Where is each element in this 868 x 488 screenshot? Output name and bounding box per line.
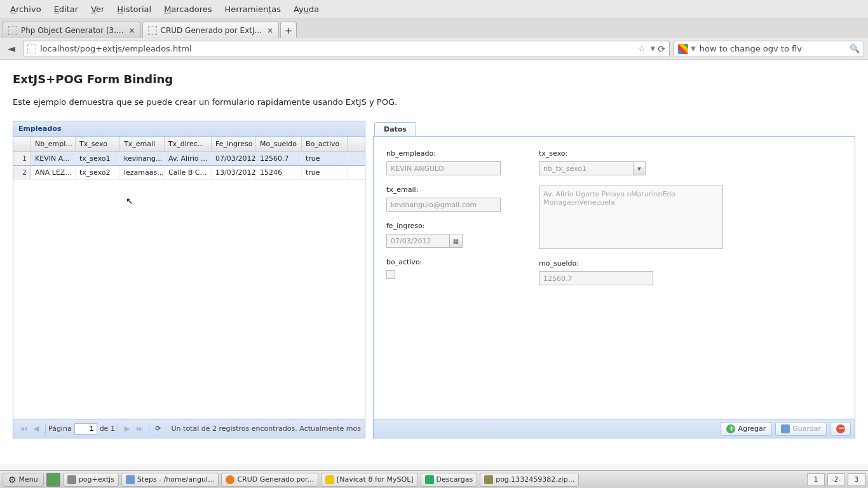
search-text[interactable]: how to change ogv to flv <box>700 44 850 53</box>
page-input[interactable] <box>74 423 97 435</box>
workspace-1[interactable]: 1 <box>807 473 825 486</box>
grid-panel: Empleados Nb_empl... Tx_sexo Tx_email Tx… <box>13 121 365 438</box>
col-tx-direc[interactable]: Tx_direc... <box>165 137 212 151</box>
workspace-3[interactable]: 3 <box>848 473 865 486</box>
form-body: nb_empleado: tx_email: fe_ingreso: ▦ bo_… <box>373 136 855 419</box>
browser-tabs: Php Object Generator (3.... × CRUD Gener… <box>0 19 868 38</box>
menu-marcadores[interactable]: Marcadores <box>158 2 218 17</box>
paging-toolbar: ⏮ ◀ Página de 1 ▶ ⏭ ⟳ Un total de 2 regi… <box>13 419 365 438</box>
last-page-icon[interactable]: ⏭ <box>134 423 146 435</box>
start-menu-button[interactable]: ⚙ Menu <box>3 473 44 487</box>
back-button[interactable]: ◄ <box>4 41 19 57</box>
next-page-icon[interactable]: ▶ <box>121 423 133 435</box>
col-rownum[interactable] <box>13 137 31 151</box>
grid-body: 1 KEVIN A... tx_sexo1 kevinang... Av. Al… <box>13 152 365 419</box>
grid-title: Empleados <box>13 121 365 137</box>
workspace-2[interactable]: -2- <box>827 473 845 486</box>
table-row[interactable]: 1 KEVIN A... tx_sexo1 kevinang... Av. Al… <box>13 152 365 166</box>
cell: 12560.7 <box>256 152 302 165</box>
folder-icon <box>67 475 76 484</box>
col-nb-empleado[interactable]: Nb_empl... <box>31 137 76 151</box>
prev-page-icon[interactable]: ◀ <box>31 423 42 435</box>
cell: 13/03/2012 <box>212 166 256 179</box>
url-text[interactable]: localhost/pog+extjs/empleados.html <box>40 44 635 53</box>
grid-columns: Nb_empl... Tx_sexo Tx_email Tx_direc... … <box>13 137 365 152</box>
fe-ingreso-wrap: ▦ <box>386 234 501 248</box>
mo-sueldo-field[interactable] <box>539 271 653 285</box>
form-tabstrip: Datos <box>373 121 855 136</box>
page-title: ExtJS+POG Form Binding <box>13 72 855 86</box>
tab-favicon <box>148 26 157 35</box>
tab-favicon <box>8 26 17 35</box>
tab-datos[interactable]: Datos <box>374 122 416 136</box>
cell-rownum: 2 <box>13 166 31 179</box>
minus-icon <box>836 424 845 433</box>
agregar-button[interactable]: Agregar <box>721 422 771 436</box>
menu-herramientas[interactable]: Herramientas <box>219 2 288 17</box>
task-navicat[interactable]: [Navicat 8 for MySQL] <box>321 473 418 487</box>
menu-historial[interactable]: Historial <box>111 2 158 17</box>
task-steps[interactable]: Steps - /home/angul... <box>121 473 219 487</box>
close-icon[interactable]: × <box>129 26 135 35</box>
site-favicon <box>27 44 36 53</box>
tx-direc-textarea[interactable] <box>539 186 723 249</box>
cell: kevinang... <box>120 152 165 165</box>
menu-ayuda[interactable]: Ayuda <box>287 2 325 17</box>
show-desktop-button[interactable] <box>46 473 60 487</box>
menu-archivo[interactable]: Archivo <box>4 2 48 17</box>
reload-icon[interactable]: ⟳ <box>658 44 665 54</box>
label-bo-activo: bo_activo: <box>386 258 501 266</box>
new-tab-button[interactable]: + <box>280 22 297 38</box>
refresh-icon[interactable]: ⟳ <box>153 423 164 435</box>
page-label: Página <box>48 424 72 433</box>
cell: Av. Alirio ... <box>165 152 212 165</box>
bo-activo-checkbox[interactable] <box>386 270 395 279</box>
cell: true <box>302 166 348 179</box>
firefox-icon <box>226 475 234 484</box>
fe-ingreso-field[interactable] <box>386 234 450 248</box>
cell: KEVIN A... <box>31 152 76 165</box>
calendar-icon[interactable]: ▦ <box>450 234 463 248</box>
search-icon[interactable]: 🔍 <box>850 44 860 53</box>
col-fe-ingreso[interactable]: Fe_ingreso <box>212 137 256 151</box>
tab-label: CRUD Generado por ExtJ... <box>161 26 262 35</box>
guardar-button[interactable]: Guardar <box>775 422 827 436</box>
task-archive[interactable]: pog.1332459382.zip... <box>480 473 579 487</box>
page-description: Este ejemplo demuestra que se puede crea… <box>13 97 855 107</box>
url-dropdown-icon[interactable]: ▼ <box>651 45 656 52</box>
app-icon <box>126 475 135 484</box>
label-nb-empleado: nb_empleado: <box>386 149 501 158</box>
search-box[interactable]: ▼ how to change ogv to flv 🔍 <box>674 41 864 57</box>
tx-email-field[interactable] <box>386 198 501 212</box>
menu-editar[interactable]: Editar <box>48 2 85 17</box>
cell: true <box>302 152 348 165</box>
address-bar: ◄ localhost/pog+extjs/empleados.html ☆ ▼… <box>0 38 868 60</box>
col-bo-activo[interactable]: Bo_activo <box>302 137 348 151</box>
menu-ver[interactable]: Ver <box>85 2 111 17</box>
nb-empleado-field[interactable] <box>386 161 501 175</box>
eliminar-button[interactable] <box>831 422 851 436</box>
tab-crud[interactable]: CRUD Generado por ExtJ... × <box>142 22 279 38</box>
label-tx-email: tx_email: <box>386 186 501 194</box>
url-box[interactable]: localhost/pog+extjs/empleados.html ☆ ▼ ⟳ <box>23 41 670 57</box>
table-row[interactable]: 2 ANA LEZ... tx_sexo2 lezamaas... Calle … <box>13 166 365 180</box>
tx-sexo-combo[interactable]: nb_tx_sexo1 <box>539 161 646 175</box>
col-tx-email[interactable]: Tx_email <box>120 137 165 151</box>
disk-icon <box>781 424 790 433</box>
workspace-switcher: 1 -2- 3 <box>807 473 865 486</box>
col-tx-sexo[interactable]: Tx_sexo <box>76 137 120 151</box>
task-firefox[interactable]: CRUD Generado por... <box>221 473 318 487</box>
close-icon[interactable]: × <box>267 26 273 35</box>
first-page-icon[interactable]: ⏮ <box>18 423 29 435</box>
task-descargas[interactable]: Descargas <box>421 473 478 487</box>
bookmark-star-icon[interactable]: ☆ <box>638 44 646 53</box>
page-of: de 1 <box>100 424 115 433</box>
form-toolbar: Agregar Guardar <box>373 419 855 438</box>
label-fe-ingreso: fe_ingreso: <box>386 222 501 230</box>
plus-icon <box>726 424 735 433</box>
col-mo-sueldo[interactable]: Mo_sueldo <box>256 137 302 151</box>
cell: lezamaas... <box>120 166 165 179</box>
task-filemanager[interactable]: pog+extjs <box>63 473 119 487</box>
tab-pog[interactable]: Php Object Generator (3.... × <box>3 22 141 38</box>
search-engine-dropdown-icon[interactable]: ▼ <box>691 45 696 52</box>
